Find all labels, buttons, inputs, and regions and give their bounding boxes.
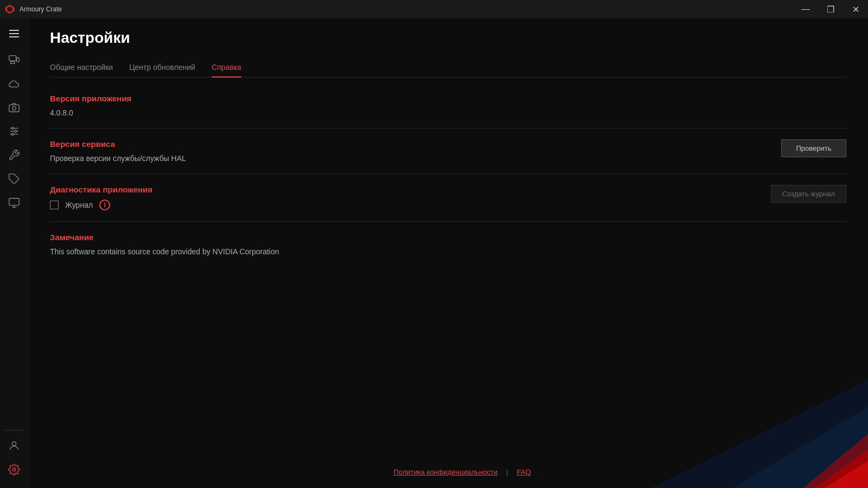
- sidebar-divider: [4, 430, 24, 431]
- titlebar: Armoury Crate — ❐ ✕: [0, 0, 868, 18]
- cloud-icon: [8, 78, 20, 89]
- checkbox-row: Журнал i: [50, 200, 152, 210]
- service-version-section: Версия сервиса Проверка версии службы/сл…: [50, 139, 846, 174]
- svg-point-12: [11, 133, 14, 136]
- titlebar-left: Armoury Crate: [4, 4, 62, 15]
- tabs: Общие настройки Центр обновлений Справка: [50, 57, 846, 78]
- page-title: Настройки: [50, 29, 846, 47]
- diagnostics-section: Диагностика приложения Журнал i Создать …: [50, 185, 846, 222]
- notice-section: Замечание This software contains source …: [50, 233, 846, 267]
- service-version-left: Версия сервиса Проверка версии службы/сл…: [50, 139, 186, 163]
- window-controls: — ❐ ✕: [793, 0, 868, 18]
- log-label: Журнал: [65, 201, 93, 209]
- diagnostics-header: Диагностика приложения Журнал i Создать …: [50, 185, 846, 210]
- app-version-section: Версия приложения 4.0.8.0: [50, 94, 846, 129]
- svg-point-6: [12, 107, 15, 110]
- tab-general[interactable]: Общие настройки: [50, 57, 113, 77]
- svg-point-11: [14, 130, 16, 132]
- camera-icon: [8, 101, 20, 113]
- tag-icon: [8, 173, 20, 185]
- hamburger-icon: [9, 30, 19, 37]
- svg-point-17: [12, 442, 16, 446]
- maximize-button[interactable]: ❐: [818, 0, 843, 18]
- check-button[interactable]: Проверить: [781, 139, 846, 157]
- svg-point-10: [11, 127, 14, 130]
- service-version-description: Проверка версии службы/службы HAL: [50, 154, 186, 163]
- svg-rect-4: [16, 57, 19, 61]
- minimize-button[interactable]: —: [793, 0, 818, 18]
- wrench-icon: [8, 149, 20, 161]
- diagnostics-title: Диагностика приложения: [50, 185, 152, 194]
- settings-icon: [8, 464, 20, 476]
- svg-rect-5: [9, 105, 18, 112]
- privacy-policy-link[interactable]: Политика конфиденциальности: [393, 468, 497, 476]
- content-wrapper: Настройки Общие настройки Центр обновлен…: [28, 18, 868, 488]
- app-logo: [4, 4, 15, 15]
- svg-rect-3: [10, 62, 14, 64]
- page-header: Настройки Общие настройки Центр обновлен…: [28, 18, 868, 78]
- hamburger-menu[interactable]: [3, 24, 25, 43]
- info-icon[interactable]: i: [99, 200, 110, 210]
- content-body: Версия приложения 4.0.8.0 Версия сервиса…: [28, 78, 868, 488]
- create-log-button[interactable]: Создать журнал: [771, 185, 846, 203]
- display-icon: [8, 197, 20, 209]
- sidebar-item-wrench[interactable]: [3, 144, 25, 166]
- tab-help[interactable]: Справка: [212, 57, 241, 77]
- service-version-title: Версия сервиса: [50, 139, 186, 149]
- diagnostics-left: Диагностика приложения Журнал i: [50, 185, 152, 210]
- svg-point-18: [12, 468, 16, 471]
- svg-rect-14: [9, 198, 18, 206]
- app-version-value: 4.0.8.0: [50, 108, 846, 117]
- notice-title: Замечание: [50, 233, 846, 242]
- svg-rect-2: [9, 56, 16, 61]
- content-area: Настройки Общие настройки Центр обновлен…: [28, 18, 868, 488]
- app-title: Armoury Crate: [20, 5, 62, 13]
- sidebar-item-display[interactable]: [3, 192, 25, 214]
- sidebar-item-user[interactable]: [3, 435, 25, 457]
- sidebar: [0, 18, 28, 488]
- footer-divider: |: [506, 468, 508, 476]
- app-layout: Настройки Общие настройки Центр обновлен…: [0, 18, 868, 488]
- sidebar-bottom: [3, 430, 25, 488]
- sidebar-item-settings[interactable]: [3, 459, 25, 480]
- service-version-header: Версия сервиса Проверка версии службы/сл…: [50, 139, 846, 163]
- user-icon: [8, 440, 20, 452]
- sidebar-item-camera[interactable]: [3, 97, 25, 118]
- notice-text: This software contains source code provi…: [50, 247, 846, 256]
- sidebar-item-devices[interactable]: [3, 49, 25, 70]
- log-checkbox[interactable]: [50, 201, 59, 209]
- sliders-icon: [8, 125, 20, 137]
- devices-icon: [8, 54, 20, 66]
- sidebar-item-tag[interactable]: [3, 168, 25, 190]
- close-button[interactable]: ✕: [843, 0, 868, 18]
- footer: Политика конфиденциальности | FAQ: [56, 455, 868, 488]
- app-version-title: Версия приложения: [50, 94, 846, 103]
- tab-updates[interactable]: Центр обновлений: [129, 57, 195, 77]
- sidebar-item-sliders[interactable]: [3, 120, 25, 142]
- faq-link[interactable]: FAQ: [517, 468, 531, 476]
- sidebar-item-cloud[interactable]: [3, 73, 25, 94]
